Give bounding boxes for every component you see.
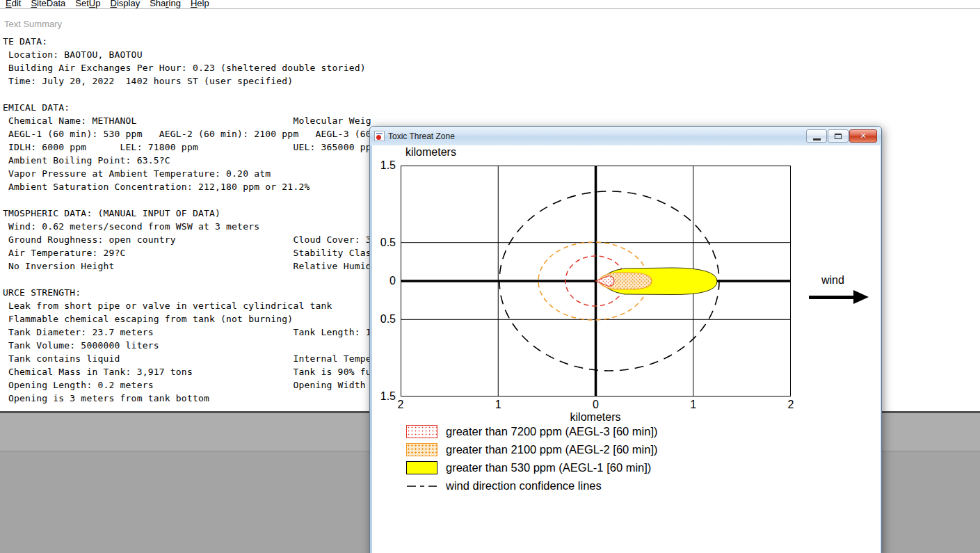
x-tick-label: 2 [398, 399, 404, 411]
menu-item-sharing[interactable]: Sharing [150, 0, 181, 9]
legend-label: greater than 530 ppm (AEGL-1 [60 min]) [446, 461, 651, 474]
legend-row: greater than 2100 ppm (AEGL-2 [60 min]) [406, 442, 658, 456]
window-titlebar[interactable]: Toxic Threat Zone ✕ [370, 127, 881, 145]
legend-swatch-aegl2 [406, 443, 437, 456]
legend-row: greater than 530 ppm (AEGL-1 [60 min]) [406, 460, 658, 474]
x-tick-label: 1 [495, 399, 501, 411]
menu-item-edit[interactable]: Edit [6, 0, 21, 9]
legend-row: greater than 7200 ppm (AEGL-3 [60 min]) [406, 424, 658, 438]
close-button[interactable]: ✕ [849, 129, 877, 143]
legend-swatch-aegl3 [406, 425, 437, 438]
minimize-icon [813, 138, 821, 141]
menu-item-sitedata[interactable]: SiteData [31, 0, 65, 9]
legend-swatch-aegl1 [406, 461, 437, 474]
legend-row: wind direction confidence lines [406, 479, 658, 492]
toxic-threat-zone-window[interactable]: Toxic Threat Zone ✕ kilometers [369, 126, 882, 553]
maximize-button[interactable] [828, 129, 849, 143]
maximize-icon [835, 134, 842, 139]
x-axis-title: kilometers [570, 411, 621, 424]
wind-label: wind [821, 274, 844, 287]
window-controls: ✕ [806, 129, 877, 143]
legend-label: greater than 2100 ppm (AEGL-2 [60 min]) [446, 443, 658, 456]
legend-label: greater than 7200 ppm (AEGL-3 [60 min]) [446, 425, 658, 438]
x-tick-label: 2 [788, 399, 794, 411]
plot-client-area: kilometers [372, 145, 881, 553]
text-summary-content: TE DATA: Location: BAOTOU, BAOTOU Buildi… [3, 35, 371, 405]
menu-bar: EditSiteDataSetUpDisplaySharingHelp [0, 0, 980, 9]
x-tick-label: 0 [593, 399, 599, 411]
legend-label: wind direction confidence lines [446, 479, 602, 492]
legend-swatch-confidence [406, 479, 437, 492]
window-icon [374, 131, 385, 141]
menu-item-setup[interactable]: SetUp [75, 0, 100, 9]
minimize-button[interactable] [806, 129, 827, 143]
legend: greater than 7200 ppm (AEGL-3 [60 min])g… [406, 424, 658, 497]
menu-item-display[interactable]: Display [110, 0, 140, 9]
close-icon: ✕ [860, 132, 866, 140]
window-title: Toxic Threat Zone [388, 131, 806, 141]
wind-arrow-icon [809, 290, 871, 304]
menu-item-help[interactable]: Help [191, 0, 209, 9]
x-tick-labels: 21012 [372, 145, 881, 424]
x-tick-label: 1 [690, 399, 696, 411]
text-summary-title: Text Summary [4, 19, 62, 29]
